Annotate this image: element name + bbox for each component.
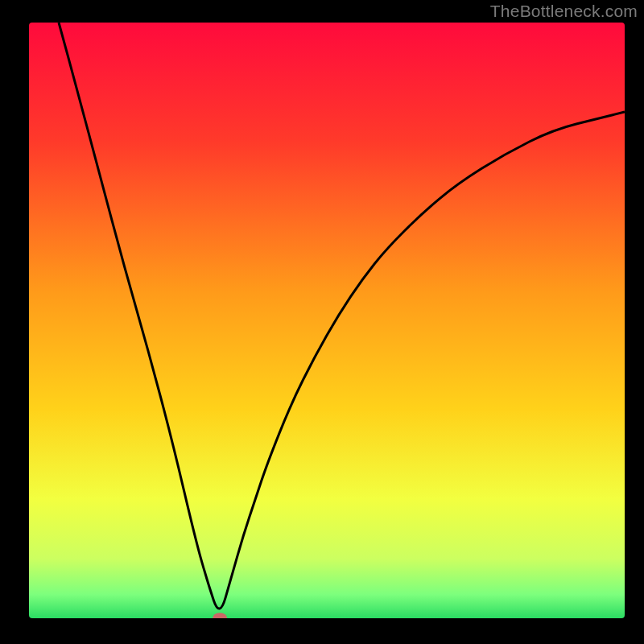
chart-frame: TheBottleneck.com [0,0,644,644]
bottleneck-curve [29,23,625,618]
attribution-text: TheBottleneck.com [490,2,638,21]
minimum-marker [213,613,227,618]
plot-area [29,23,625,618]
